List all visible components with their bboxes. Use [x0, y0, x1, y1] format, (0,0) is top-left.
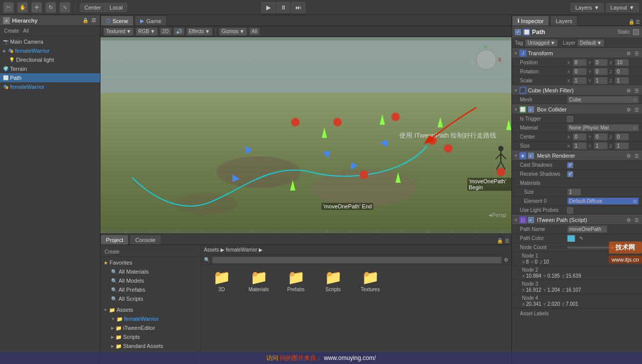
scale-tool-icon[interactable]: ⤡: [59, 2, 70, 13]
bottom-menu-btn[interactable]: ☰: [505, 238, 509, 245]
layers-dropdown[interactable]: Layers ▼: [571, 3, 604, 12]
path-color-swatch[interactable]: [567, 235, 575, 242]
rgb-select[interactable]: RGB▼: [136, 28, 158, 36]
box-collider-enabled[interactable]: ✓: [528, 106, 534, 112]
rotation-x-field[interactable]: 0: [573, 68, 587, 75]
position-y-field[interactable]: 0: [594, 59, 608, 66]
console-tab[interactable]: Console: [130, 234, 161, 245]
project-search-input[interactable]: [212, 257, 502, 264]
scene-viewport[interactable]: Y X z ◂Persp 'moveOnePath' End 'moveOneP…: [100, 37, 511, 233]
transform-component-header[interactable]: ▼ J Transform ⚙ ☰: [512, 48, 642, 58]
hierarchy-create-btn[interactable]: Create: [2, 28, 21, 34]
layer-select[interactable]: Default▼: [577, 39, 604, 47]
layers-tab[interactable]: Layers: [550, 16, 578, 26]
2d-toggle[interactable]: 2D: [160, 28, 171, 35]
rotation-z-field[interactable]: 0: [615, 68, 629, 75]
center-z-field[interactable]: 0: [615, 133, 629, 141]
center-x-field[interactable]: 0: [573, 133, 587, 141]
mesh-renderer-header[interactable]: ▼ ◈ ✓ Mesh Renderer ⚙ ☰: [512, 151, 642, 161]
gizmos-select[interactable]: Gizmos▼: [219, 28, 247, 36]
receive-shadows-checkbox[interactable]: ✓: [567, 171, 573, 177]
tag-select[interactable]: Untagged▼: [525, 39, 558, 47]
favorites-all-models[interactable]: 🔍 All Models: [100, 276, 200, 285]
center-y-field[interactable]: 0: [594, 133, 608, 141]
itween-settings-icon[interactable]: ⚙: [625, 217, 632, 223]
size-y-field[interactable]: 1: [594, 142, 608, 150]
hierarchy-item-terrain[interactable]: 🌍 Terrain: [0, 64, 100, 73]
rotate-tool-icon[interactable]: ↻: [45, 2, 56, 13]
mesh-filter-menu-icon[interactable]: ☰: [633, 88, 640, 93]
project-create-btn[interactable]: Create: [102, 249, 122, 255]
is-trigger-checkbox[interactable]: [567, 116, 573, 122]
node-count-slider[interactable]: [567, 247, 624, 249]
element-0-field[interactable]: Default-Diffuse ⊙: [567, 197, 639, 205]
folder-scripts[interactable]: 📁 Scripts: [315, 268, 351, 293]
rotation-y-field[interactable]: 0: [594, 68, 608, 75]
hierarchy-item-directional-light[interactable]: 💡 Directional light: [0, 55, 100, 64]
inspector-menu-btn[interactable]: ☰: [635, 19, 640, 26]
box-collider-settings-icon[interactable]: ⚙: [625, 107, 632, 112]
scene-tab[interactable]: ⬡ Scene: [100, 16, 134, 26]
transform-menu-icon[interactable]: ☰: [633, 51, 640, 56]
size-x-field[interactable]: 1: [573, 142, 587, 150]
hierarchy-item-path[interactable]: ⬜ Path: [0, 73, 100, 82]
static-checkbox[interactable]: [633, 29, 639, 35]
layout-dropdown[interactable]: Layout ▼: [606, 3, 639, 12]
mesh-field[interactable]: Cube ⊙: [567, 96, 639, 103]
assets-header[interactable]: ▼ 📁 Assets: [100, 305, 200, 314]
mesh-circle-btn[interactable]: ⊙: [633, 97, 637, 102]
inspector-tab[interactable]: ℹ Inspector: [512, 16, 549, 26]
asset-scripts[interactable]: ▶ 📁 Scripts: [100, 332, 200, 341]
effects-select[interactable]: Effects▼: [186, 28, 212, 36]
box-collider-header[interactable]: ▼ ⬜ ✓ Box Collider ⚙ ☰: [512, 104, 642, 114]
itween-menu-icon[interactable]: ☰: [633, 217, 640, 223]
mesh-filter-header[interactable]: ▼ ⬛ Cube (Mesh Filter) ⚙ ☰: [512, 85, 642, 95]
move-tool-icon[interactable]: ✛: [31, 2, 42, 13]
pivot-local-btn[interactable]: Local: [105, 4, 127, 12]
mesh-renderer-settings-icon[interactable]: ⚙: [625, 153, 632, 159]
itween-path-header[interactable]: ▼ ◻ ✓ ITween Path (Script) ⚙ ☰: [512, 215, 642, 225]
node-count-field[interactable]: 9: [628, 244, 639, 251]
element-0-circle-btn[interactable]: ⊙: [633, 199, 637, 204]
path-color-edit-icon[interactable]: ✎: [579, 235, 583, 241]
cast-shadows-checkbox[interactable]: ✓: [567, 162, 573, 168]
favorites-header[interactable]: ★ Favorites: [100, 258, 200, 267]
project-tab[interactable]: Project: [100, 234, 129, 245]
size-z-field[interactable]: 1: [615, 142, 629, 150]
transform-settings-icon[interactable]: ⚙: [625, 51, 632, 56]
asset-standard-assets[interactable]: ▶ 📁 Standard Assets: [100, 341, 200, 350]
path-name-field[interactable]: moveOnePath: [567, 225, 607, 233]
material-circle-btn[interactable]: ⊙: [633, 126, 637, 131]
scale-z-field[interactable]: 1: [615, 77, 629, 84]
use-light-probes-checkbox[interactable]: [567, 207, 573, 213]
hierarchy-lock-btn[interactable]: 🔒: [82, 17, 89, 24]
hierarchy-item-main-camera[interactable]: 📷 Main Camera: [0, 37, 100, 46]
itween-enabled[interactable]: ✓: [528, 217, 534, 223]
game-tab[interactable]: ▶ Game: [135, 16, 167, 26]
audio-icon[interactable]: 🔊: [173, 28, 184, 35]
pivot-center-btn[interactable]: Center: [80, 4, 105, 12]
pause-button[interactable]: ⏸: [276, 2, 290, 13]
mesh-filter-settings-icon[interactable]: ⚙: [625, 88, 632, 93]
material-field[interactable]: None (Physic Mat ⊙: [567, 124, 639, 132]
mesh-renderer-menu-icon[interactable]: ☰: [633, 153, 640, 159]
position-x-field[interactable]: 8: [573, 59, 587, 66]
hierarchy-menu-btn[interactable]: ☰: [90, 17, 97, 24]
hand-tool-icon[interactable]: ✋: [17, 2, 28, 13]
all-toggle[interactable]: All: [249, 28, 260, 35]
textured-select[interactable]: Textured▼: [103, 28, 134, 36]
folder-materials[interactable]: 📁 Materials: [241, 268, 276, 293]
bottom-lock-btn[interactable]: 🔒: [497, 238, 503, 245]
mesh-renderer-enabled[interactable]: ✓: [528, 153, 534, 159]
play-button[interactable]: ▶: [261, 2, 275, 13]
inspector-lock-btn[interactable]: 🔒: [628, 19, 634, 26]
asset-female-warrior[interactable]: ▼ 📁 femaleWarrior: [100, 314, 200, 323]
favorites-all-prefabs[interactable]: 🔍 All Prefabs: [100, 285, 200, 294]
scale-x-field[interactable]: 1: [573, 77, 587, 84]
position-z-field[interactable]: 10: [615, 59, 629, 66]
next-button[interactable]: ⏭: [291, 2, 305, 13]
project-search-options-icon[interactable]: ⚙: [504, 257, 508, 263]
folder-prefabs[interactable]: 📁 Prefabs: [278, 268, 313, 293]
favorites-all-materials[interactable]: 🔍 All Materials: [100, 267, 200, 276]
hierarchy-item-female-warrior[interactable]: ▶ 🎭 femaleWarrior: [0, 46, 100, 55]
